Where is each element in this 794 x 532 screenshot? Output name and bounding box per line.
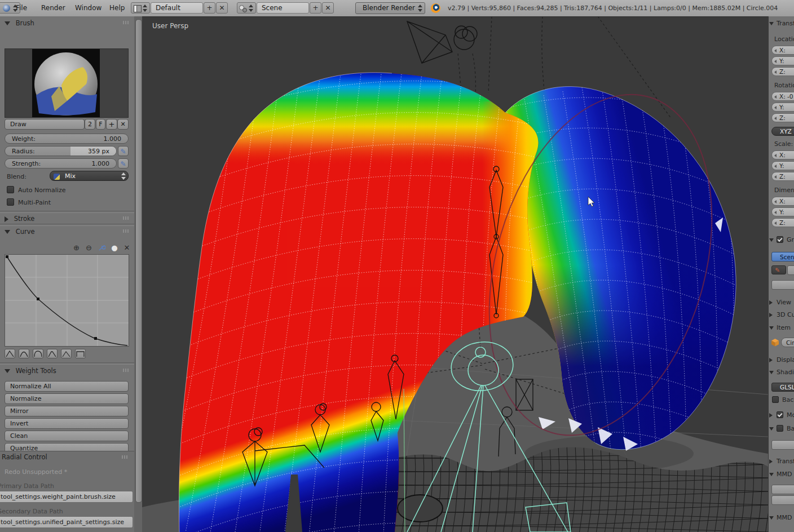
curve-preset-root-button[interactable] [47,349,58,358]
panel-header-transform[interactable]: Transform [772,20,794,27]
panel-drag-dots[interactable] [122,455,129,459]
panel-header-stroke[interactable]: Stroke [5,215,34,223]
backface-culling-checkbox[interactable] [772,396,779,403]
rotation-mode-select[interactable]: XYZ Euler [771,127,794,136]
panel-header-background-images[interactable]: Background Images [772,425,794,432]
fake-user-button[interactable]: F [96,119,105,130]
operator-panel-title[interactable]: Radial Control [2,453,47,461]
close-scene-button[interactable]: ✕ [322,2,334,14]
add-layout-button[interactable]: + [204,2,215,14]
radius-slider[interactable]: Radius: 359 px [5,146,117,156]
rotation-y-field[interactable]: Y: [771,103,794,112]
mirror-button[interactable]: Mirror [5,406,129,416]
mmd-shadeless-button[interactable] [771,495,794,505]
curve-tools-wrench-button[interactable] [98,243,108,252]
grease-pencil-checkbox[interactable] [777,236,783,243]
curve-preset-sharp-button[interactable] [5,349,15,358]
curve-toolbar: ⊕ ⊖ ● ✕ [70,242,130,252]
curve-zoom-in-button[interactable]: ⊕ [73,243,80,252]
strength-slider[interactable]: Strength: 1.000 [5,158,117,169]
curve-delete-button[interactable]: ✕ [124,243,130,252]
invert-button[interactable]: Invert [5,418,129,429]
panel-header-display[interactable]: Display [772,356,794,363]
gp-add-layer-button[interactable]: + [787,265,794,275]
multi-paint-checkbox[interactable] [7,198,14,206]
gp-draw-pencil-button[interactable]: ✎ [771,265,786,274]
menu-render[interactable]: Render [41,4,65,12]
panel-drag-dots[interactable] [123,21,130,24]
auto-normalize-checkbox[interactable] [7,186,14,193]
render-engine-select[interactable]: Blender Render [355,2,425,14]
panel-header-shading[interactable]: Shading [772,369,794,376]
add-scene-button[interactable]: + [310,2,321,14]
scene-name-field[interactable]: Scene [257,2,309,14]
scale-z-field[interactable]: Z: [771,172,794,181]
rotation-x-field[interactable]: X: -0 [771,92,794,101]
add-brush-button[interactable]: + [106,119,117,130]
clean-button[interactable]: Clean [5,431,129,441]
scale-y-field[interactable]: Y: [771,161,794,170]
menu-help[interactable]: Help [109,4,125,12]
weight-slider[interactable]: Weight: 1.000 [5,134,129,144]
rotation-z-field[interactable]: Z: [771,113,794,122]
collapse-icon [769,313,773,317]
panel-drag-dots[interactable] [123,216,130,220]
close-layout-button[interactable]: ✕ [216,2,228,14]
mmd-glsl-button[interactable]: GLSL [771,485,794,494]
panel-header-curve[interactable]: Curve [5,228,35,236]
location-x-field[interactable]: X: [771,46,794,55]
secondary-data-path-field[interactable]: tool_settings.unified_paint_settings.siz… [0,516,133,528]
brush-preview[interactable] [5,48,129,118]
motion-tracking-checkbox[interactable] [777,411,783,418]
background-add-button[interactable] [771,440,794,450]
curve-preset-max-button[interactable] [75,349,86,358]
info-editor-icon [3,5,10,12]
panel-header-transform-orientations[interactable]: Transform Orientations [772,458,794,465]
scene-icon-button[interactable] [237,2,256,14]
tool-shelf-scrollbar-thumb[interactable] [135,19,142,503]
dimensions-z-field[interactable]: Z: [771,218,794,227]
scale-x-field[interactable]: X: [771,150,794,159]
gp-extra-button[interactable] [771,280,794,290]
panel-header-motion-tracking[interactable]: Motion Tracking [772,411,794,419]
curve-preset-line-button[interactable] [61,349,72,358]
radius-pressure-button[interactable]: ✎ [118,146,129,156]
strength-pressure-button[interactable]: ✎ [118,158,129,169]
panel-header-item[interactable]: Item [772,324,791,331]
panel-header-weight-tools[interactable]: Weight Tools [5,367,56,375]
panel-drag-dots[interactable] [123,369,130,372]
normalize-button[interactable]: Normalize [5,393,129,404]
screen-layout-name-field[interactable]: Default [151,2,203,14]
panel-header-view[interactable]: View [772,299,791,306]
brush-name-field[interactable]: Draw [5,119,85,130]
panel-header-mmd-display[interactable]: MMD Display [772,514,794,521]
blender-logo-icon [431,3,440,13]
dimensions-y-field[interactable]: Y: [771,207,794,216]
brush-users-count-button[interactable]: 2 [85,119,95,130]
glsl-button[interactable]: GLSL [771,383,794,392]
curve-zoom-out-button[interactable]: ⊖ [86,243,92,252]
panel-drag-dots[interactable] [123,229,130,233]
brush-falloff-curve[interactable] [5,254,129,347]
unlink-brush-button[interactable]: ✕ [117,119,129,130]
location-z-field[interactable]: Z: [771,67,794,76]
background-images-checkbox[interactable] [777,425,783,432]
curve-preset-smooth-button[interactable] [19,349,29,358]
screen-layout-icon-button[interactable] [131,2,150,14]
curve-clipping-button[interactable]: ● [111,243,117,252]
panel-header-mmd-shading[interactable]: MMD Shading [772,471,794,478]
curve-preset-round-button[interactable] [33,349,43,358]
panel-header-grease-pencil[interactable]: Grease Pencil [772,236,794,243]
blend-mode-select[interactable]: Mix [50,171,129,181]
menu-window[interactable]: Window [75,4,102,12]
dimensions-x-field[interactable]: X: [771,197,794,206]
gp-source-scene-button[interactable]: Scene [771,252,794,261]
menu-file[interactable]: File [16,4,27,12]
primary-data-path-field[interactable]: tool_settings.weight_paint.brush.size [0,491,133,503]
collapse-icon [5,216,8,222]
panel-header-brush[interactable]: Brush [5,19,34,27]
location-y-field[interactable]: Y: [771,56,794,65]
normalize-all-button[interactable]: Normalize All [5,381,129,392]
panel-header-3d-cursor[interactable]: 3D Cursor [772,311,794,318]
item-name-field[interactable]: Circle.004 [781,338,794,347]
